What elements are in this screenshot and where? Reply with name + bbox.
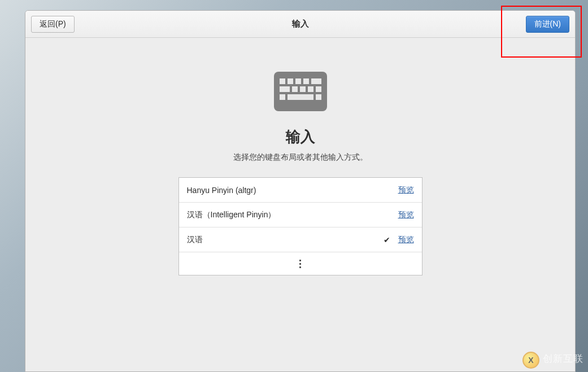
svg-rect-1 — [280, 78, 285, 84]
titlebar: 返回(P) 输入 前进(N) — [25, 11, 575, 38]
svg-rect-12 — [288, 94, 313, 100]
vertical-dots-icon — [299, 260, 301, 268]
watermark-text: 创新互联 — [543, 353, 583, 364]
svg-rect-4 — [303, 78, 309, 84]
list-item[interactable]: Hanyu Pinyin (altgr) 预览 — [179, 178, 422, 203]
watermark-logo-icon: X — [522, 352, 539, 369]
preview-link[interactable]: 预览 — [398, 235, 414, 245]
watermark: X 创新互联 CDCXHL.COM — [522, 352, 583, 369]
svg-rect-11 — [280, 94, 285, 100]
setup-window: 返回(P) 输入 前进(N) — [25, 10, 576, 372]
svg-rect-6 — [280, 86, 290, 92]
page-subheading: 选择您的键盘布局或者其他输入方式。 — [233, 152, 368, 163]
next-button[interactable]: 前进(N) — [526, 16, 569, 33]
back-button-label: 返回(P) — [40, 19, 66, 28]
keyboard-icon — [274, 72, 327, 113]
list-item-label: Hanyu Pinyin (altgr) — [187, 186, 381, 195]
more-options-button[interactable] — [179, 252, 422, 275]
selected-check-icon: ✔ — [381, 235, 393, 244]
svg-rect-2 — [288, 78, 293, 84]
svg-rect-10 — [316, 86, 321, 92]
svg-rect-5 — [311, 78, 321, 84]
window-title: 输入 — [25, 19, 575, 29]
input-method-list: Hanyu Pinyin (altgr) 预览 汉语（Intelligent P… — [178, 177, 423, 275]
list-item[interactable]: 汉语 ✔ 预览 — [179, 227, 422, 252]
list-item-label: 汉语（Intelligent Pinyin） — [187, 210, 381, 220]
svg-rect-8 — [300, 86, 306, 92]
content-area: 输入 选择您的键盘布局或者其他输入方式。 Hanyu Pinyin (altgr… — [25, 38, 575, 371]
list-item[interactable]: 汉语（Intelligent Pinyin） 预览 — [179, 203, 422, 227]
next-button-label: 前进(N) — [534, 19, 561, 28]
watermark-sub: CDCXHL.COM — [543, 364, 583, 368]
svg-rect-9 — [308, 86, 313, 92]
list-item-label: 汉语 — [187, 235, 381, 245]
back-button[interactable]: 返回(P) — [31, 16, 75, 33]
preview-link[interactable]: 预览 — [398, 185, 414, 195]
svg-rect-13 — [316, 94, 321, 100]
page-heading: 输入 — [286, 127, 315, 147]
preview-link[interactable]: 预览 — [398, 210, 414, 220]
svg-rect-7 — [292, 86, 298, 92]
svg-rect-3 — [295, 78, 301, 84]
